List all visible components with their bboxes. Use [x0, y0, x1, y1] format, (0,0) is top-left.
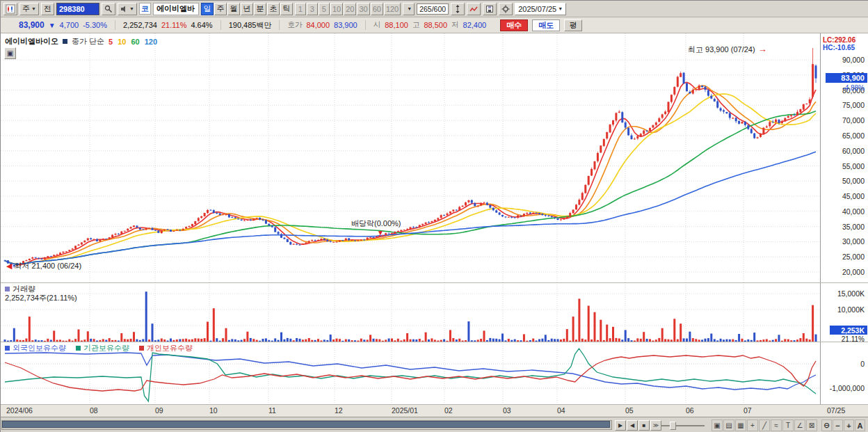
ma-line-20 [5, 94, 816, 264]
chart-kind-select[interactable]: 주▼ [19, 3, 39, 15]
save-chart-icon[interactable] [483, 3, 497, 15]
x-axis: 2024/0608091011122025/0102030405060707/2… [1, 405, 868, 417]
zigzag-glyph [469, 5, 478, 13]
ma-line-5 [5, 82, 816, 264]
zoom-slider-thumb[interactable] [670, 422, 676, 430]
lc-label: LC:292.06 [823, 36, 855, 44]
legend-marker-icon [76, 346, 81, 351]
text-tool-icon[interactable]: T [782, 419, 794, 431]
price-chart-canvas[interactable] [1, 33, 820, 282]
page-left-button[interactable]: ◀ [627, 420, 638, 431]
scrollbar-thumb[interactable] [2, 421, 610, 428]
delete-tool-icon[interactable]: ⊠ [806, 419, 817, 431]
jump-latest-button[interactable]: ≫ [650, 420, 661, 431]
interval-button-3[interactable]: 3 [307, 3, 318, 15]
chart-area: 에이비엘바이오 종가 단순 51060120 ▣ 최고 93,900 (07/2… [1, 33, 868, 417]
ma-type-label: 종가 단순 [72, 36, 104, 47]
legend-marker-icon [5, 346, 10, 351]
buy-button[interactable]: 매수 [500, 19, 528, 31]
interval-button-1[interactable]: 1 [295, 3, 306, 15]
arrow-left-icon: ◀ [6, 262, 12, 270]
price-change-pct: -5.30% [83, 21, 107, 29]
pane-divider [1, 342, 868, 342]
volume-value: 2,252,734 [123, 21, 157, 29]
search-icon[interactable] [102, 3, 115, 15]
arrow-down-icon: ▼ [377, 229, 384, 237]
price-axis-label: 65,000 [842, 131, 865, 140]
x-axis-label: 04 [557, 406, 565, 415]
pan-tool-icon[interactable]: ▣ [712, 419, 723, 431]
date-picker[interactable]: 2025/07/25▼ [515, 3, 566, 15]
volume-axis-label: 10,000K [837, 305, 865, 314]
market-badge: 코 [139, 3, 151, 15]
font-size-icon[interactable]: A [855, 419, 865, 431]
x-axis-label: 11 [268, 406, 276, 415]
holdings-legend-institution: 기관보유수량 [76, 343, 129, 353]
chart-scrollbar[interactable] [1, 420, 612, 430]
holdings-legend-individual: 개인보유수량 [139, 343, 193, 353]
settings-gear-icon[interactable] [499, 3, 513, 15]
volume-ratio: 21.11% [161, 21, 187, 29]
period-button-minute[interactable]: 분 [254, 3, 266, 15]
price-axis-label: 75,000 [842, 101, 865, 109]
bottom-bar: ▶◀■≫ ▣▤▦+╱≈T∠⊠ ⊖−+A [1, 417, 868, 432]
interval-button-10[interactable]: 10 [330, 3, 343, 15]
volume-axis-label: 15,000K [837, 289, 865, 298]
down-arrow-icon: ▼ [49, 22, 56, 29]
grid-toggle-icon[interactable]: ▦ [735, 419, 746, 431]
x-axis-label: 02 [444, 406, 453, 415]
stock-code-input[interactable] [56, 3, 99, 15]
zoom-out-icon[interactable]: − [833, 419, 843, 431]
zoom-slider[interactable] [661, 425, 705, 426]
fit-vertical-icon[interactable] [451, 3, 465, 15]
region-zoom-icon[interactable]: ▤ [723, 419, 734, 431]
crosshair-icon[interactable]: + [747, 419, 758, 431]
period-button-group: 일주월년분초틱 [201, 3, 293, 15]
period-button-monthly[interactable]: 월 [227, 3, 240, 15]
angle-tool-icon[interactable]: ∠ [794, 419, 805, 431]
period-button-yearly[interactable]: 년 [241, 3, 253, 15]
sell-button[interactable]: 매도 [532, 19, 560, 31]
disk-glyph [485, 5, 494, 13]
x-axis-label: 09 [155, 406, 163, 415]
magnifier-glyph [104, 5, 113, 13]
interval-more-select[interactable]: ▼ [403, 3, 415, 15]
zoom-controls: ⊖−+A [821, 419, 865, 431]
trendline-icon[interactable]: ╱ [759, 419, 770, 431]
interval-button-30[interactable]: 30 [357, 3, 369, 15]
period-button-tick[interactable]: 틱 [280, 3, 293, 15]
zoom-in-icon[interactable]: + [844, 419, 854, 431]
prev-stock-button[interactable]: 전 [41, 3, 54, 15]
x-axis-label: 10 [209, 406, 218, 415]
high-annotation-text: 최고 93,900 (07/24) [688, 45, 755, 54]
low-annotation: ◀ 최저 21,400 (06/24) [6, 261, 81, 271]
chevron-down-icon: ▼ [407, 6, 412, 11]
bid-price: 83,900 [334, 21, 357, 29]
zoom-reset-icon[interactable]: ⊖ [821, 419, 832, 431]
interval-button-120[interactable]: 120 [384, 3, 401, 15]
holdings-line-foreign [5, 353, 816, 390]
x-axis-label: 07 [744, 406, 752, 415]
x-axis-label: 2024/06 [6, 406, 33, 415]
price-axis-label: 45,000 [842, 192, 865, 200]
interval-button-60[interactable]: 60 [371, 3, 383, 15]
toolbox-toggle-button[interactable]: ▣ [4, 47, 16, 59]
line-style-icon[interactable] [467, 3, 481, 15]
interval-button-5[interactable]: 5 [319, 3, 330, 15]
stock-name: 에이비엘바 [153, 3, 199, 15]
page-right-button[interactable]: ▶ [615, 420, 626, 431]
avg-button[interactable]: 평 [564, 19, 582, 31]
period-button-weekly[interactable]: 주 [214, 3, 227, 15]
hoga-label: 호가 [287, 20, 302, 30]
period-button-daily[interactable]: 일 [201, 3, 214, 15]
interval-button-20[interactable]: 20 [344, 3, 356, 15]
x-axis-label: 2025/01 [392, 406, 418, 415]
period-button-second[interactable]: 초 [267, 3, 280, 15]
ma-line-120 [5, 152, 816, 264]
speaker-icon[interactable]: ▼ [118, 3, 137, 15]
x-axis-label: 08 [90, 406, 98, 415]
stop-button[interactable]: ■ [638, 420, 650, 431]
chart-window-icon[interactable] [3, 3, 17, 15]
wave-tool-icon[interactable]: ≈ [771, 419, 782, 431]
volume-chart-canvas[interactable] [1, 282, 820, 342]
